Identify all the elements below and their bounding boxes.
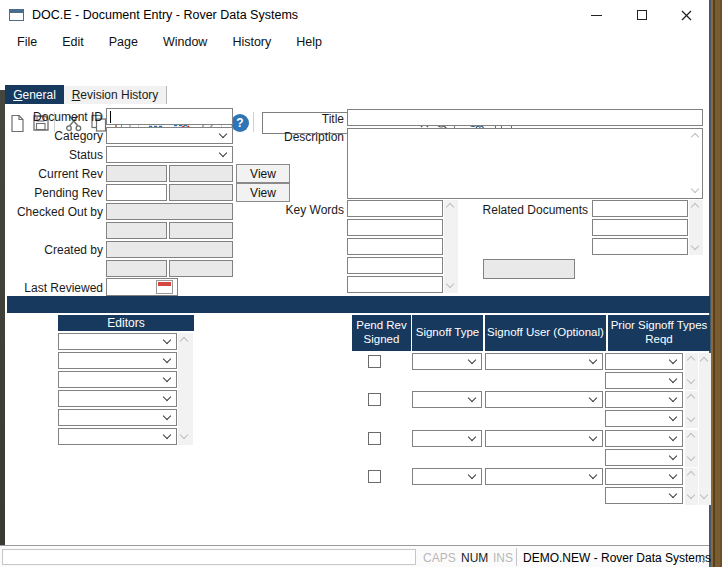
key-word-input[interactable] [347,219,443,236]
scroll-down-icon[interactable] [687,491,695,499]
calendar-icon[interactable] [156,280,173,294]
editor-select[interactable] [58,352,177,369]
pending-rev-input[interactable] [106,184,167,201]
key-words-scrollbar[interactable] [444,200,458,293]
prior-signoff-scrollbar[interactable] [685,468,698,505]
prior-signoff-scrollbar[interactable] [685,353,698,390]
related-document-input[interactable] [592,238,688,255]
created-time-field [169,260,233,277]
editor-select[interactable] [58,333,177,350]
related-document-input[interactable] [592,219,688,236]
menu-edit[interactable]: Edit [52,31,94,53]
title-label: Title [240,112,344,126]
prior-signoff-select[interactable] [605,468,683,485]
title-input[interactable] [347,109,703,126]
prior-signoff-select[interactable] [605,430,683,447]
status-select[interactable] [106,146,233,163]
scroll-up-icon[interactable] [700,357,708,365]
tab-general[interactable]: General [5,85,64,104]
scroll-down-icon[interactable] [687,453,695,461]
signoff-user-select[interactable] [485,430,603,447]
key-word-input[interactable] [347,276,443,293]
signoff-type-select[interactable] [412,353,482,370]
scroll-down-icon[interactable] [700,491,708,499]
prior-signoff-select[interactable] [605,372,683,389]
signoff-grid-scrollbar[interactable] [699,353,711,505]
scroll-up-icon[interactable] [687,356,695,364]
scroll-up-icon[interactable] [180,337,188,345]
title-bar[interactable]: DOC.E - Document Entry - Rover Data Syst… [0,0,709,30]
signoff-type-select[interactable] [412,468,482,485]
related-document-input[interactable] [592,200,688,217]
editor-select[interactable] [58,428,177,445]
minimize-button[interactable] [574,0,619,30]
editor-select[interactable] [58,371,177,388]
num-indicator: NUM [461,551,488,565]
desktop-sliver [0,90,5,545]
menu-help[interactable]: Help [286,31,332,53]
menu-file[interactable]: File [7,31,47,53]
editor-select[interactable] [58,409,177,426]
key-word-input[interactable] [347,238,443,255]
session-context: DEMO.NEW - Rover Data Systems [523,551,711,565]
chevron-down-icon [219,149,227,157]
scroll-down-icon[interactable] [180,431,188,439]
key-word-input[interactable] [347,200,443,217]
pend-rev-signed-checkbox[interactable] [368,355,381,368]
signoff-type-select[interactable] [412,430,482,447]
prior-signoff-select[interactable] [605,487,683,504]
editors-scrollbar[interactable] [178,333,193,445]
view-pending-rev-button[interactable]: View [236,183,290,202]
scroll-up-icon[interactable] [687,471,695,479]
scroll-down-icon[interactable] [687,376,695,384]
category-select[interactable] [106,127,233,144]
related-document-status-field [483,259,575,279]
key-word-input[interactable] [347,257,443,274]
scroll-up-icon[interactable] [691,133,699,141]
menu-history[interactable]: History [222,31,281,53]
scroll-down-icon[interactable] [691,242,699,250]
created-by-label: Created by [8,243,103,257]
section-divider-band [7,296,710,313]
chevron-down-icon [589,356,597,364]
scroll-up-icon[interactable] [691,203,699,211]
related-documents-label: Related Documents [460,203,588,217]
prior-signoff-select[interactable] [605,449,683,466]
chevron-down-icon [468,471,476,479]
pend-rev-signed-checkbox[interactable] [368,432,381,445]
maximize-button[interactable] [619,0,664,30]
scroll-down-icon[interactable] [446,280,454,288]
signoff-user-select[interactable] [485,468,603,485]
menu-window[interactable]: Window [153,31,217,53]
status-separator [516,548,517,566]
signoff-header-prior: Prior Signoff Types Reqd [608,315,710,351]
related-documents-scrollbar[interactable] [689,200,703,255]
pend-rev-signed-checkbox[interactable] [368,393,381,406]
tab-revision-history[interactable]: Revision History [64,86,167,104]
menu-page[interactable]: Page [99,31,148,53]
signoff-user-select[interactable] [485,391,603,408]
prior-signoff-select[interactable] [605,410,683,427]
signoff-type-select[interactable] [412,391,482,408]
prior-signoff-scrollbar[interactable] [685,391,698,428]
pend-rev-signed-checkbox[interactable] [368,470,381,483]
prior-signoff-select[interactable] [605,353,683,370]
scroll-down-icon[interactable] [687,414,695,422]
prior-signoff-scrollbar[interactable] [685,430,698,467]
scroll-up-icon[interactable] [687,394,695,402]
close-button[interactable] [664,0,709,30]
scroll-up-icon[interactable] [446,203,454,211]
chevron-down-icon [468,394,476,402]
editor-select[interactable] [58,390,177,407]
prior-signoff-select[interactable] [605,391,683,408]
view-current-rev-button[interactable]: View [236,164,290,183]
scroll-up-icon[interactable] [687,433,695,441]
scroll-down-icon[interactable] [691,185,699,193]
checked-out-date-field [106,222,167,239]
document-id-input[interactable] [106,108,233,125]
description-textarea[interactable] [347,128,703,199]
category-label: Category [8,129,103,143]
tab-general-label: General [13,88,56,102]
signoff-user-select[interactable] [485,353,603,370]
signoff-header-pend-rev: Pend Rev Signed [352,315,411,351]
